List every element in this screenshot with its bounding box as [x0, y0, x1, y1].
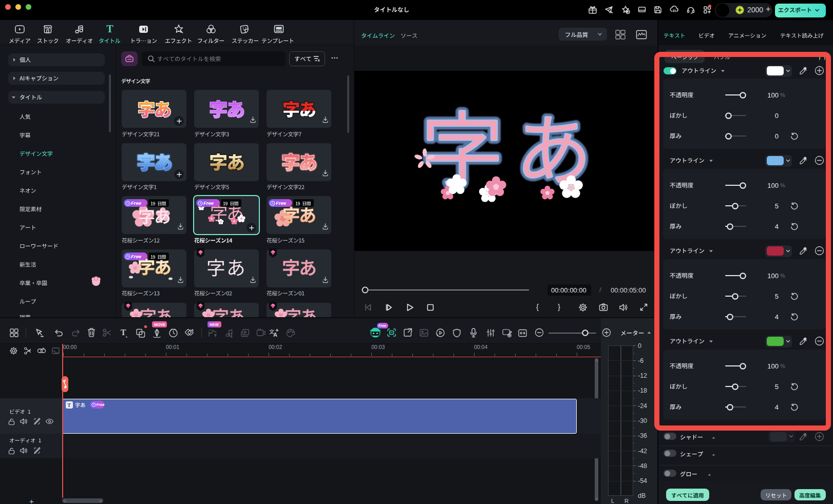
svg-text:T: T [106, 24, 113, 34]
svg-text:T: T [121, 328, 126, 337]
svg-text:T: T [67, 402, 71, 408]
svg-text:A: A [273, 332, 277, 338]
